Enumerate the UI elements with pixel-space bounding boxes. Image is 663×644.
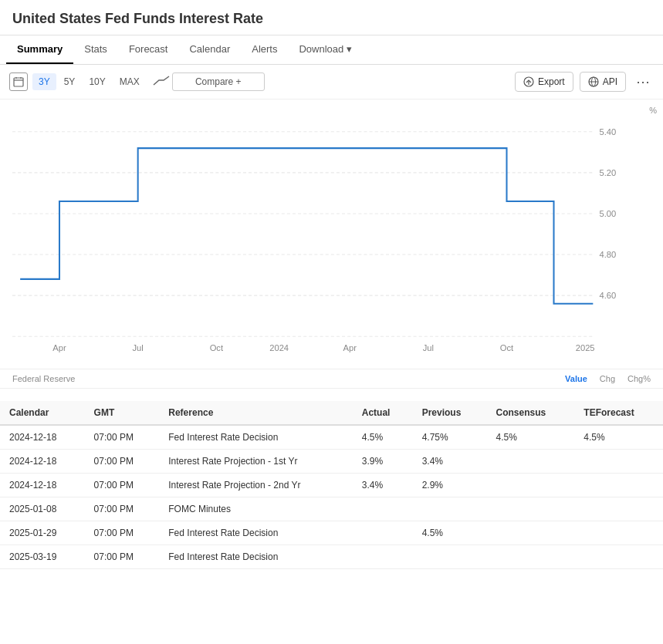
table-row: 2024-12-1807:00 PMFed Interest Rate Deci… [0, 425, 663, 450]
col-reference: Reference [159, 401, 352, 425]
cell-consensus: 4.5% [487, 425, 575, 450]
api-label: API [603, 76, 617, 87]
cell-calendar: 2024-12-18 [0, 450, 85, 474]
cell-calendar: 2025-03-19 [0, 545, 85, 569]
col-actual: Actual [353, 401, 413, 425]
cell-teforecast [574, 497, 663, 521]
cell-consensus [487, 521, 575, 545]
col-gmt: GMT [85, 401, 160, 425]
toolbar-right: Export API ⋯ [515, 71, 654, 93]
export-label: Export [538, 76, 565, 87]
cell-actual [353, 545, 413, 569]
chart-y-unit: % [649, 106, 657, 115]
period-10y[interactable]: 10Y [83, 73, 111, 90]
compare-button[interactable]: Compare + [172, 72, 265, 91]
cell-gmt: 07:00 PM [85, 545, 160, 569]
table-row: 2025-01-2907:00 PMFed Interest Rate Deci… [0, 521, 663, 545]
cell-calendar: 2024-12-18 [0, 474, 85, 497]
cell-reference: FOMC Minutes [159, 497, 352, 521]
toolbar: 3Y 5Y 10Y MAX Compare + Export API [0, 65, 663, 99]
cell-actual: 3.4% [353, 474, 413, 497]
svg-text:4.80: 4.80 [599, 250, 616, 259]
table-row: 2025-01-0807:00 PMFOMC Minutes [0, 497, 663, 521]
cell-consensus [487, 497, 575, 521]
cell-consensus [487, 474, 575, 497]
svg-text:Oct: Oct [210, 343, 224, 352]
chart-metrics: Value Chg Chg% [565, 374, 651, 383]
cell-gmt: 07:00 PM [85, 425, 160, 450]
cell-reference: Fed Interest Rate Decision [159, 545, 352, 569]
cell-previous [413, 497, 487, 521]
cell-reference: Interest Rate Projection - 1st Yr [159, 450, 352, 474]
table-wrapper: Calendar GMT Reference Actual Previous C… [0, 401, 663, 585]
cell-teforecast [574, 521, 663, 545]
export-button[interactable]: Export [515, 72, 573, 92]
tab-download[interactable]: Download ▾ [288, 35, 362, 64]
cell-gmt: 07:00 PM [85, 521, 160, 545]
cell-actual [353, 497, 413, 521]
cell-gmt: 07:00 PM [85, 497, 160, 521]
col-previous: Previous [413, 401, 487, 425]
cell-actual: 4.5% [353, 425, 413, 450]
metric-chgpct[interactable]: Chg% [627, 374, 651, 383]
period-max[interactable]: MAX [113, 73, 146, 90]
data-table: Calendar GMT Reference Actual Previous C… [0, 401, 663, 569]
svg-text:5.40: 5.40 [599, 127, 616, 137]
chart-source: Federal Reserve [12, 374, 75, 383]
tab-calendar[interactable]: Calendar [178, 35, 241, 64]
svg-text:5.20: 5.20 [599, 168, 616, 177]
cell-teforecast: 4.5% [574, 425, 663, 450]
export-icon [523, 76, 534, 87]
metric-value[interactable]: Value [565, 374, 587, 383]
svg-text:5.00: 5.00 [599, 209, 616, 218]
period-3y[interactable]: 3Y [32, 73, 56, 90]
chart-area: % 5.40 5.20 5.00 4.80 4.60 Apr Jul Oct 2… [0, 99, 663, 369]
tab-forecast[interactable]: Forecast [118, 35, 179, 64]
cell-actual: 3.9% [353, 450, 413, 474]
cell-teforecast [574, 450, 663, 474]
table-row: 2024-12-1807:00 PMInterest Rate Projecti… [0, 450, 663, 474]
cell-calendar: 2024-12-18 [0, 425, 85, 450]
cell-consensus [487, 450, 575, 474]
api-button[interactable]: API [580, 72, 626, 92]
cell-reference: Interest Rate Projection - 2nd Yr [159, 474, 352, 497]
cell-previous: 4.5% [413, 521, 487, 545]
table-row: 2025-03-1907:00 PMFed Interest Rate Deci… [0, 545, 663, 569]
cell-gmt: 07:00 PM [85, 474, 160, 497]
cell-reference: Fed Interest Rate Decision [159, 425, 352, 450]
chart-footer: Federal Reserve Value Chg Chg% [0, 369, 663, 389]
col-teforecast: TEForecast [574, 401, 663, 425]
cell-calendar: 2025-01-08 [0, 497, 85, 521]
cell-teforecast [574, 474, 663, 497]
svg-text:2025: 2025 [576, 343, 595, 352]
cell-consensus [487, 545, 575, 569]
svg-text:4.60: 4.60 [599, 291, 616, 300]
cell-gmt: 07:00 PM [85, 450, 160, 474]
more-options-button[interactable]: ⋯ [632, 71, 654, 93]
cell-calendar: 2025-01-29 [0, 521, 85, 545]
cell-previous [413, 545, 487, 569]
tab-alerts[interactable]: Alerts [241, 35, 288, 64]
cell-teforecast [574, 545, 663, 569]
toolbar-left: 3Y 5Y 10Y MAX Compare + [9, 72, 512, 91]
table-row: 2024-12-1807:00 PMInterest Rate Projecti… [0, 474, 663, 497]
page-title: United States Fed Funds Interest Rate [0, 0, 663, 35]
svg-text:Jul: Jul [133, 343, 144, 352]
api-icon [588, 76, 599, 87]
svg-text:2024: 2024 [269, 343, 289, 352]
svg-text:Oct: Oct [500, 343, 514, 352]
svg-text:Jul: Jul [423, 343, 434, 352]
period-5y[interactable]: 5Y [58, 73, 82, 90]
tab-bar: Summary Stats Forecast Calendar Alerts D… [0, 35, 663, 65]
tab-stats[interactable]: Stats [73, 35, 118, 64]
svg-text:Apr: Apr [52, 343, 66, 352]
cell-previous: 3.4% [413, 450, 487, 474]
metric-chg[interactable]: Chg [600, 374, 615, 383]
tab-summary[interactable]: Summary [6, 35, 73, 64]
chart-type-icon[interactable] [152, 74, 171, 89]
cell-previous: 2.9% [413, 474, 487, 497]
svg-rect-0 [14, 78, 23, 86]
chart-svg: 5.40 5.20 5.00 4.80 4.60 Apr Jul Oct 202… [12, 107, 624, 361]
table-header-row: Calendar GMT Reference Actual Previous C… [0, 401, 663, 425]
calendar-icon[interactable] [9, 72, 28, 91]
